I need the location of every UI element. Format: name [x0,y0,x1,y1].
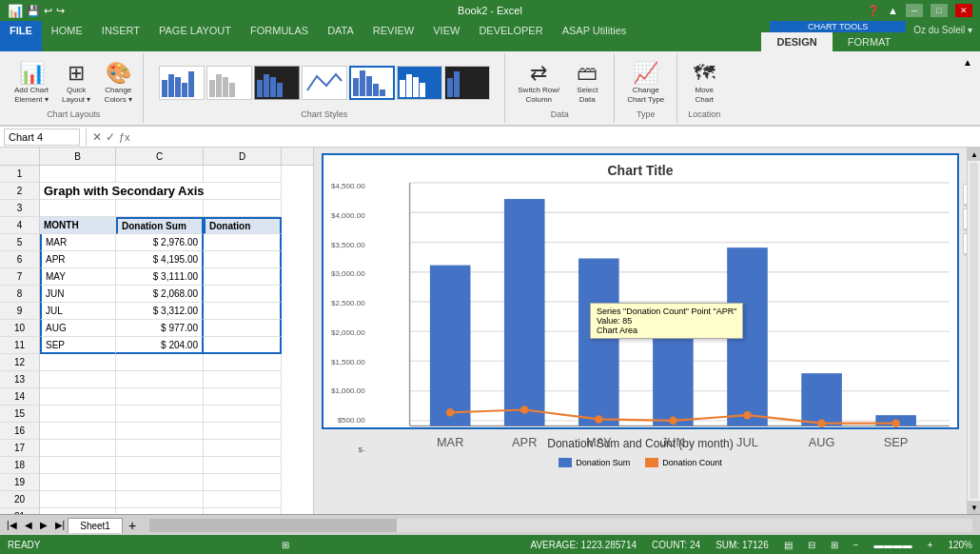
scroll-thumb[interactable] [970,163,978,499]
cell-D1[interactable] [204,166,282,183]
cell-D13[interactable] [204,371,282,388]
chart-container[interactable]: Chart Title $4,500.00 $4,000.00 $3,500.0… [322,153,959,429]
cell-C4[interactable]: Donation Sum [116,217,204,234]
maximize-button[interactable]: □ [931,4,948,17]
sheet-nav-next[interactable]: ▶ [37,520,50,530]
move-chart-button[interactable]: 🗺 MoveChart [685,58,723,107]
page-break-view-btn[interactable]: ⊞ [831,540,838,550]
cell-C14[interactable] [116,388,204,406]
tab-home[interactable]: HOME [42,21,92,51]
cell-B17[interactable] [40,440,116,457]
quick-access-save[interactable]: 💾 [27,5,40,17]
cell-D10[interactable] [204,320,282,337]
cell-C10[interactable]: $ 977.00 [116,320,204,337]
cell-B16[interactable] [40,423,116,440]
cancel-formula-icon[interactable]: ✕ [92,130,102,144]
normal-view-btn[interactable]: ▤ [784,540,793,550]
tab-file[interactable]: FILE [0,21,42,51]
cell-B20[interactable] [40,491,116,508]
cell-C9[interactable]: $ 3,312.00 [116,303,204,320]
zoom-in-btn[interactable]: + [928,540,933,550]
change-chart-type-button[interactable]: 📈 ChangeChart Type [622,58,669,107]
cell-B15[interactable] [40,406,116,423]
tab-formulas[interactable]: FORMULAS [241,21,318,51]
sheet-nav-last[interactable]: ▶| [52,520,69,530]
switch-row-col-button[interactable]: ⇄ Switch Row/Column [513,58,564,107]
quick-access-redo[interactable]: ↪ [56,5,65,17]
cell-B1[interactable] [40,166,116,183]
cell-B18[interactable] [40,457,116,474]
tab-asap[interactable]: ASAP Utilities [553,21,637,51]
tab-data[interactable]: DATA [318,21,363,51]
change-colors-button[interactable]: 🎨 ChangeColors ▾ [99,58,137,107]
cell-B8[interactable]: JUN [40,286,116,303]
cell-D18[interactable] [204,457,282,474]
cell-D4[interactable]: Donation [204,217,282,234]
tab-page-layout[interactable]: PAGE LAYOUT [149,21,241,51]
chart-filter-btn[interactable]: ▽ [963,233,967,254]
cell-C6[interactable]: $ 4,195.00 [116,251,204,268]
sheet-add-button[interactable]: + [123,516,142,535]
cell-B12[interactable] [40,354,116,371]
bar-may[interactable] [578,258,619,425]
name-box[interactable]: Chart 4 [4,129,80,146]
chart-style-1[interactable] [159,66,205,100]
cell-B6[interactable]: APR [40,251,116,268]
cell-D7[interactable] [204,268,282,286]
quick-access-undo[interactable]: ↩ [44,5,52,17]
cell-C12[interactable] [116,354,204,371]
scroll-up-btn[interactable]: ▲ [968,148,980,161]
cell-B19[interactable] [40,474,116,491]
cell-C16[interactable] [116,423,204,440]
cell-B3[interactable] [40,200,116,217]
cell-D17[interactable] [204,440,282,457]
zoom-out-btn[interactable]: − [853,540,859,550]
chart-style-7[interactable] [444,66,490,100]
chart-style-5[interactable] [349,66,395,100]
add-chart-element-button[interactable]: 📊 Add ChartElement ▾ [10,58,53,107]
cell-D19[interactable] [204,474,282,491]
col-header-C[interactable]: C [116,148,204,165]
sheet-nav-prev[interactable]: ◀ [22,520,35,530]
quick-layout-button[interactable]: ⊞ QuickLayout ▾ [57,58,95,107]
cell-D15[interactable] [204,406,282,423]
confirm-formula-icon[interactable]: ✓ [106,130,115,144]
bar-mar[interactable] [429,266,470,426]
cell-C1[interactable] [116,166,204,183]
h-scroll-thumb[interactable] [149,519,396,532]
vertical-scrollbar[interactable]: ▲ ▼ [967,148,980,514]
cell-B7[interactable]: MAY [40,268,116,286]
cell-D14[interactable] [204,388,282,406]
cell-C18[interactable] [116,457,204,474]
cell-D9[interactable] [204,303,282,320]
cell-D20[interactable] [204,491,282,508]
cell-B10[interactable]: AUG [40,320,116,337]
cell-C15[interactable] [116,406,204,423]
bar-aug[interactable] [801,373,842,425]
insert-function-icon[interactable]: ƒx [119,131,130,143]
ribbon-collapse[interactable]: ▲ [888,5,898,16]
chart-style-4[interactable] [302,66,347,100]
cell-C17[interactable] [116,440,204,457]
tab-developer[interactable]: DEVELOPER [469,21,552,51]
cell-D6[interactable] [204,251,282,268]
cell-B5[interactable]: MAR [40,234,116,251]
cell-C11[interactable]: $ 204.00 [116,337,204,354]
close-button[interactable]: ✕ [955,4,972,17]
cell-B2[interactable]: Graph with Secondary Axis [40,183,282,200]
minimize-button[interactable]: ─ [906,4,923,17]
chart-add-element-btn[interactable]: + [963,184,967,205]
col-header-B[interactable]: B [40,148,116,165]
cell-D11[interactable] [204,337,282,354]
cell-C3[interactable] [116,200,204,217]
help-icon[interactable]: ❓ [867,5,880,17]
tab-review[interactable]: REVIEW [363,21,423,51]
cell-B9[interactable]: JUL [40,303,116,320]
cell-C19[interactable] [116,474,204,491]
cell-C7[interactable]: $ 3,111.00 [116,268,204,286]
chart-style-6[interactable] [397,66,442,100]
cell-B13[interactable] [40,371,116,388]
tab-design[interactable]: DESIGN [761,32,832,51]
ribbon-collapse-icon[interactable]: ▲ [963,57,972,68]
cell-C13[interactable] [116,371,204,388]
